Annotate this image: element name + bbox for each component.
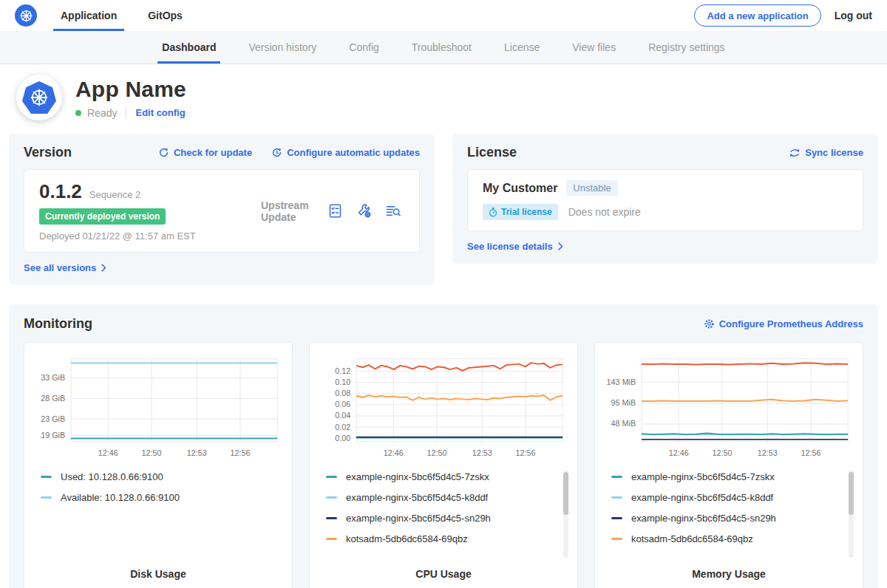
see-all-versions-link[interactable]: See all versions: [24, 262, 420, 273]
legend-label: example-nginx-5bc6f5d4c5-sn29h: [631, 513, 776, 524]
legend-label: Available: 10.128.0.66:9100: [61, 492, 180, 503]
legend-label: example-nginx-5bc6f5d4c5-sn29h: [346, 513, 491, 524]
sync-icon: [789, 148, 801, 158]
add-new-application-button[interactable]: Add a new application: [694, 4, 820, 27]
tab-dashboard[interactable]: Dashboard: [146, 31, 232, 64]
tab-registry-settings[interactable]: Registry settings: [632, 31, 741, 64]
legend-item: example-nginx-5bc6f5d4c5-sn29h: [326, 512, 555, 524]
series-color-swatch: [611, 538, 622, 540]
version-card-title: Version: [24, 145, 72, 160]
svg-text:12:53: 12:53: [187, 448, 207, 457]
svg-text:12:53: 12:53: [758, 448, 778, 457]
disk-usage-chart: 33 GiB28 GiB23 GiB19 GiB12:4612:5012:531…: [33, 352, 283, 465]
nav-tab-application[interactable]: Application: [58, 0, 120, 31]
logout-button[interactable]: Log out: [835, 10, 872, 21]
legend-item: example-nginx-5bc6f5d4c5-7zskx: [611, 471, 840, 483]
config-wrench-icon[interactable]: [356, 203, 372, 219]
nav-tab-gitops[interactable]: GitOps: [145, 0, 186, 31]
configure-prometheus-link[interactable]: Configure Prometheus Address: [704, 318, 863, 329]
see-license-details-link[interactable]: See license details: [467, 241, 863, 252]
series-color-swatch: [611, 476, 622, 478]
legend-label: example-nginx-5bc6f5d4c5-7zskx: [346, 471, 489, 482]
svg-text:0.06: 0.06: [335, 400, 350, 408]
cpu-usage-chart-card: 0.120.100.080.060.040.020.0012:4612:5012…: [309, 342, 578, 588]
kubernetes-logo-icon: [15, 4, 37, 27]
cpu-usage-chart: 0.120.100.080.060.040.020.0012:4612:5012…: [319, 352, 568, 465]
auto-update-clock-icon: [271, 147, 282, 158]
series-color-swatch: [326, 496, 337, 499]
chevron-right-icon: [101, 264, 106, 272]
svg-text:12:46: 12:46: [384, 448, 404, 457]
version-card: Version Check for update Configure autom…: [9, 134, 435, 285]
series-color-swatch: [611, 496, 622, 499]
svg-text:12:56: 12:56: [515, 448, 535, 457]
series-color-swatch: [326, 517, 337, 519]
legend-scrollbar[interactable]: [849, 471, 854, 558]
edit-config-link[interactable]: Edit config: [135, 107, 185, 118]
svg-text:12:50: 12:50: [426, 448, 446, 457]
legend-label: Used: 10.128.0.66:9100: [61, 471, 163, 482]
stopwatch-icon: [489, 208, 497, 217]
svg-text:0.08: 0.08: [335, 389, 350, 397]
chart-title: Memory Usage: [604, 568, 854, 580]
channel-badge: Unstable: [566, 180, 617, 196]
app-sub-nav: Dashboard Version history Config Trouble…: [0, 31, 887, 64]
app-name-title: App Name: [75, 77, 186, 102]
series-color-swatch: [326, 538, 337, 540]
refresh-icon: [158, 147, 169, 158]
tab-version-history[interactable]: Version history: [232, 31, 333, 64]
svg-text:12:56: 12:56: [230, 448, 250, 457]
svg-text:12:56: 12:56: [801, 448, 820, 457]
svg-text:12:46: 12:46: [669, 448, 689, 457]
svg-text:23 GiB: 23 GiB: [41, 414, 65, 423]
legend-label: example-nginx-5bc6f5d4c5-k8ddf: [631, 492, 773, 503]
version-source-label: Upstream Update: [261, 199, 327, 223]
license-card: License Sync license My Customer Unstabl…: [452, 134, 878, 264]
top-nav: Application GitOps Add a new application…: [0, 0, 887, 31]
customer-name: My Customer: [483, 182, 557, 195]
tab-view-files[interactable]: View files: [556, 31, 632, 64]
series-color-swatch: [41, 496, 52, 499]
currently-deployed-badge: Currently deployed version: [39, 208, 166, 225]
svg-text:28 GiB: 28 GiB: [41, 394, 65, 403]
tab-troubleshoot[interactable]: Troubleshoot: [395, 31, 488, 64]
svg-text:12:46: 12:46: [98, 448, 118, 457]
svg-text:12:53: 12:53: [472, 448, 492, 457]
sync-license-link[interactable]: Sync license: [789, 147, 863, 158]
svg-text:95 MiB: 95 MiB: [611, 398, 636, 407]
chart-title: CPU Usage: [319, 568, 568, 580]
legend-item: example-nginx-5bc6f5d4c5-k8ddf: [611, 491, 840, 504]
svg-text:0.00: 0.00: [335, 434, 350, 442]
chart-title: Disk Usage: [33, 568, 283, 580]
tab-license[interactable]: License: [488, 31, 556, 64]
tab-config[interactable]: Config: [333, 31, 395, 64]
check-for-update-link[interactable]: Check for update: [158, 147, 252, 158]
legend-item: example-nginx-5bc6f5d4c5-sn29h: [611, 512, 840, 524]
preflight-checks-icon[interactable]: [327, 203, 343, 219]
memory-usage-chart-card: 143 MiB95 MiB48 MiB12:4612:5012:5312:56 …: [594, 342, 863, 588]
app-header: App Name Ready Edit config: [0, 64, 887, 134]
svg-text:0.10: 0.10: [335, 377, 350, 386]
disk-usage-chart-card: 33 GiB28 GiB23 GiB19 GiB12:4612:5012:531…: [24, 342, 293, 588]
trial-license-badge: Trial license: [483, 204, 558, 220]
legend-label: example-nginx-5bc6f5d4c5-k8ddf: [346, 492, 488, 503]
monitoring-title: Monitoring: [24, 316, 92, 332]
legend-label: kotsadm-5db6dc6584-69qbz: [346, 533, 468, 544]
svg-text:12:50: 12:50: [712, 448, 732, 457]
svg-text:19 GiB: 19 GiB: [41, 431, 65, 440]
status-ready-label: Ready: [87, 107, 117, 119]
legend-item: example-nginx-5bc6f5d4c5-k8ddf: [326, 491, 555, 504]
view-files-search-icon[interactable]: [385, 203, 401, 219]
svg-text:0.02: 0.02: [335, 423, 350, 431]
svg-text:12:50: 12:50: [141, 448, 161, 457]
legend-scrollbar[interactable]: [563, 471, 568, 558]
svg-text:48 MiB: 48 MiB: [611, 419, 636, 428]
cpu-usage-legend: example-nginx-5bc6f5d4c5-7zskxexample-ng…: [326, 471, 555, 545]
configure-automatic-updates-link[interactable]: Configure automatic updates: [271, 147, 420, 158]
gear-icon: [704, 318, 715, 329]
status-ready-dot: [75, 110, 81, 116]
memory-usage-legend: example-nginx-5bc6f5d4c5-7zskxexample-ng…: [611, 471, 840, 545]
series-color-swatch: [611, 517, 622, 519]
legend-item: Available: 10.128.0.66:9100: [41, 491, 270, 504]
divider: [126, 107, 126, 119]
